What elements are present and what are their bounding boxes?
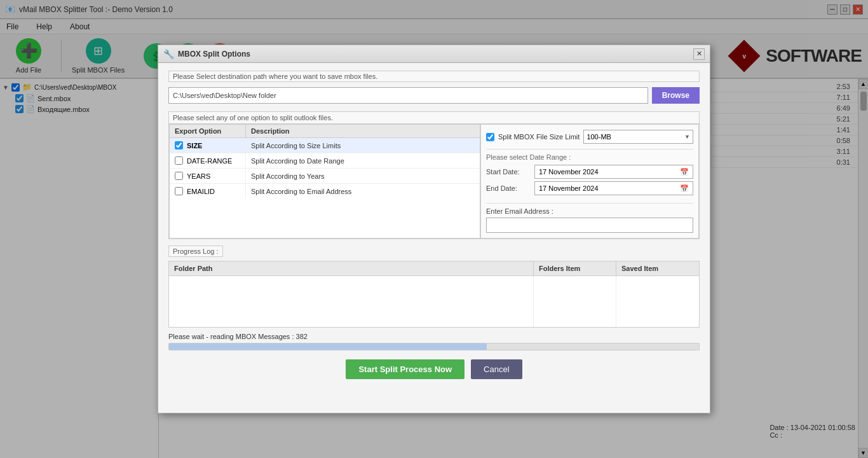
destination-path-input[interactable]: [168, 87, 648, 104]
size-dropdown-arrow[interactable]: ▼: [684, 134, 690, 140]
end-date-input[interactable]: 17 November 2024 📅: [534, 181, 693, 195]
dialog-title-icon: 🔧: [163, 49, 174, 59]
start-date-calendar-icon[interactable]: 📅: [680, 168, 689, 176]
dialog-titlebar: 🔧 MBOX Split Options ✕: [158, 45, 710, 63]
options-label: Please select any of one option to split…: [169, 112, 699, 124]
dialog-title-text: MBOX Split Options: [178, 50, 250, 59]
start-split-button[interactable]: Start Split Process Now: [346, 359, 465, 379]
cancel-button[interactable]: Cancel: [471, 359, 522, 379]
progress-col-folders: Folders Item: [534, 261, 616, 275]
export-row-emailid: EMAILID Split According to Email Address: [170, 184, 480, 198]
export-row-daterange: DATE-RANGE Split According to Date Range: [170, 153, 480, 169]
size-limit-label: Split MBOX File Size Limit: [498, 133, 580, 141]
progress-bar: [168, 343, 700, 350]
export-options-table: Export Option Description SIZE Split Acc…: [169, 124, 480, 239]
emailid-check-cell: EMAILID: [170, 184, 246, 198]
dialog-overlay: 🔧 MBOX Split Options ✕ Please Select des…: [0, 0, 868, 458]
start-date-label: Start Date:: [486, 168, 531, 176]
size-select-wrapper: 100-MB ▼: [583, 130, 693, 144]
export-row-size: SIZE Split According to Size Limits: [170, 138, 480, 153]
daterange-check-cell: DATE-RANGE: [170, 153, 246, 168]
email-address-section: Enter Email Address :: [486, 203, 693, 233]
col-description: Description: [246, 125, 480, 137]
end-date-calendar-icon[interactable]: 📅: [680, 184, 689, 193]
daterange-label: DATE-RANGE: [187, 157, 232, 165]
path-row: Browse: [168, 87, 700, 104]
size-option-desc: Split According to Size Limits: [246, 139, 480, 153]
progress-table: Folder Path Folders Item Saved Item: [168, 261, 700, 328]
export-table-header: Export Option Description: [170, 125, 480, 138]
options-section: Please select any of one option to split…: [168, 111, 700, 239]
size-option-label: SIZE: [187, 142, 202, 149]
progress-path-cell: [169, 276, 534, 327]
email-address-label: Enter Email Address :: [486, 207, 693, 215]
end-date-value: 17 November 2024: [539, 184, 599, 192]
right-options-panel: Split MBOX File Size Limit 100-MB ▼ Plea…: [480, 124, 699, 239]
years-checkbox-input[interactable]: [175, 172, 183, 180]
end-date-row: End Date: 17 November 2024 📅: [486, 181, 693, 195]
action-buttons-row: Start Split Process Now Cancel: [168, 357, 700, 384]
progress-folders-cell: [534, 276, 616, 327]
daterange-desc: Split According to Date Range: [246, 154, 480, 168]
date-range-section: Please select Date Range : Start Date: 1…: [486, 149, 693, 198]
start-date-input[interactable]: 17 November 2024 📅: [534, 165, 693, 179]
dialog-close-button[interactable]: ✕: [693, 48, 705, 60]
browse-button[interactable]: Browse: [652, 87, 700, 104]
progress-col-path: Folder Path: [169, 261, 534, 275]
start-date-row: Start Date: 17 November 2024 📅: [486, 165, 693, 179]
progress-bar-fill: [169, 344, 487, 350]
emailid-checkbox-input[interactable]: [175, 187, 183, 195]
progress-table-body: [169, 276, 699, 327]
dialog-title-left: 🔧 MBOX Split Options: [163, 49, 250, 59]
size-value-display: 100-MB: [587, 133, 684, 141]
size-limit-checkbox[interactable]: [486, 133, 494, 141]
col-export-option: Export Option: [170, 125, 246, 137]
date-range-label: Please select Date Range :: [486, 153, 693, 161]
start-date-value: 17 November 2024: [539, 168, 599, 176]
size-checkbox-input[interactable]: [175, 141, 183, 149]
size-limit-row: Split MBOX File Size Limit 100-MB ▼: [486, 130, 693, 144]
destination-label: Please Select destination path where you…: [168, 71, 700, 82]
years-desc: Split According to Years: [246, 169, 480, 183]
progress-log-section: Progress Log : Folder Path Folders Item …: [168, 246, 700, 328]
emailid-desc: Split According to Email Address: [246, 184, 480, 198]
progress-saved-cell: [616, 276, 699, 327]
dialog-body: Please Select destination path where you…: [158, 63, 710, 392]
years-label: YEARS: [187, 172, 210, 180]
size-option-check-cell: SIZE: [170, 138, 246, 153]
progress-table-header: Folder Path Folders Item Saved Item: [169, 261, 699, 276]
end-date-label: End Date:: [486, 184, 531, 192]
email-address-input[interactable]: [486, 218, 693, 233]
years-check-cell: YEARS: [170, 169, 246, 183]
progress-col-saved: Saved Item: [616, 261, 699, 275]
status-text: Please wait - reading MBOX Messages : 38…: [168, 333, 700, 340]
daterange-checkbox-input[interactable]: [175, 156, 183, 165]
emailid-label: EMAILID: [187, 188, 215, 195]
progress-log-label: Progress Log :: [168, 246, 223, 257]
split-options-dialog: 🔧 MBOX Split Options ✕ Please Select des…: [158, 45, 710, 413]
export-row-years: YEARS Split According to Years: [170, 169, 480, 184]
options-inner: Export Option Description SIZE Split Acc…: [169, 124, 699, 239]
